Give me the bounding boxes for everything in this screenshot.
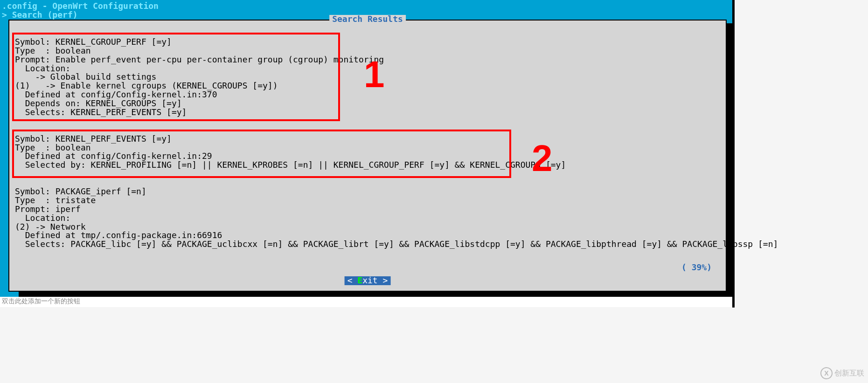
exit-hotkey: E (357, 275, 362, 285)
search-results-content: Symbol: KERNEL_CGROUP_PERF [=y] Type : b… (15, 29, 778, 258)
terminal-window: .config - OpenWrt Configuration > Search… (0, 0, 732, 297)
result-line: Defined at config/Config-kernel.in:370 (15, 89, 217, 99)
result-line: Location: (15, 213, 70, 223)
result-line: Location: (15, 63, 70, 73)
exit-prefix: < (347, 275, 358, 285)
result-line: Prompt: iperf (15, 204, 81, 214)
box-shadow-right (727, 23, 734, 294)
scroll-percent: ( 39%) (681, 263, 712, 272)
result-line: Selected by: KERNEL_PROFILING [=n] || KE… (15, 160, 566, 170)
result-line: Depends on: KERNEL_CGROUPS [=y] (15, 98, 182, 108)
result-line: Prompt: Enable perf_event per-cpu per-co… (15, 55, 384, 64)
result-line: Symbol: KERNEL_PERF_EVENTS [=y] (15, 134, 172, 144)
watermark-logo: X 创新互联 (820, 367, 864, 379)
result-line: Defined at tmp/.config-package.in:66916 (15, 230, 222, 240)
exit-label: xit (362, 275, 378, 285)
result-line: Type : boolean (15, 143, 91, 152)
result-line: (1) -> Enable kernel cgroups (KERNEL_CGR… (15, 81, 278, 90)
result-line: Type : boolean (15, 46, 91, 55)
logo-text: 创新互联 (834, 369, 864, 377)
box-title: Search Results (329, 15, 406, 24)
result-line: -> Global build settings (15, 72, 156, 82)
ide-bottom-hint: 双击此处添加一个新的按钮 (0, 297, 732, 307)
result-line: Symbol: PACKAGE_iperf [=n] (15, 186, 146, 196)
search-results-box: Search Results Symbol: KERNEL_CGROUP_PER… (8, 20, 727, 292)
config-title: .config - OpenWrt Configuration (2, 2, 732, 11)
result-line: Selects: KERNEL_PERF_EVENTS [=y] (15, 107, 187, 117)
result-line: (2) -> Network (15, 222, 86, 232)
logo-icon: X (820, 367, 833, 379)
result-line: Symbol: KERNEL_CGROUP_PERF [=y] (15, 37, 172, 47)
result-line: Defined at config/Config-kernel.in:29 (15, 151, 212, 161)
result-line: Type : tristate (15, 195, 96, 205)
exit-suffix: > (378, 275, 388, 285)
exit-button[interactable]: < Exit > (345, 276, 391, 285)
result-line: Selects: PACKAGE_libc [=y] && PACKAGE_uc… (15, 239, 778, 249)
